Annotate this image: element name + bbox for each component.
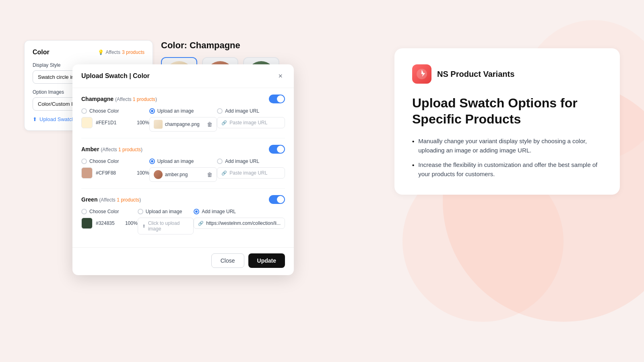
champagne-url-placeholder: Paste image URL (229, 120, 267, 125)
amber-affects: (Affects 1 products) (101, 147, 142, 152)
amber-variant-name: Amber (Affects 1 products) (81, 146, 142, 152)
choose-color-radio-green[interactable] (81, 209, 87, 214)
info-list: • Manually change your variant display s… (412, 137, 602, 179)
amber-url-placeholder: Paste image URL (229, 170, 267, 176)
url-radio-champagne[interactable] (217, 108, 223, 114)
upload-swatch-button[interactable]: ⬆ Upload Swatch (33, 116, 74, 122)
choose-color-radio-amber[interactable] (81, 158, 87, 164)
champagne-variant-name: Champagne (Affects 1 products) (81, 96, 157, 102)
champagne-url-field[interactable]: 🔗 Paste image URL (217, 117, 285, 128)
choose-color-label-green: Choose Color (89, 209, 119, 214)
add-url-label-champagne: Add image URL (225, 108, 259, 114)
modal-title: Upload Swatch | Color (81, 72, 150, 80)
url-radio-amber[interactable] (217, 158, 223, 164)
choose-color-radio-champagne[interactable] (81, 108, 87, 114)
green-url-option[interactable]: Add image URL (194, 209, 285, 214)
right-info-panel: NS Product Variants Upload Swatch Option… (394, 48, 620, 195)
upload-icon: ⬆ (33, 116, 37, 122)
upload-swatch-label: Upload Swatch (39, 116, 74, 122)
amber-color-opacity: 100% (137, 170, 149, 176)
champagne-choose-color-option[interactable]: Choose Color (81, 108, 149, 114)
green-toggle[interactable] (269, 195, 285, 204)
green-url-field[interactable]: 🔗 https://westelnm.com/collection/li... (194, 218, 285, 229)
affects-text: Affects (105, 49, 120, 55)
champagne-delete-btn[interactable]: 🗑 (207, 121, 213, 128)
champagne-toggle[interactable] (269, 95, 285, 103)
affects-count-link[interactable]: 3 products (122, 49, 144, 55)
green-choose-color-col: Choose Color #324835 100% (81, 209, 138, 229)
add-url-label-green: Add image URL (202, 209, 236, 214)
champagne-url-col: Add image URL 🔗 Paste image URL (217, 108, 285, 128)
modal-overlay: Upload Swatch | Color × Champagne (Affec… (72, 64, 294, 275)
champagne-img-thumb (154, 120, 163, 129)
modal-close-button[interactable]: × (276, 72, 285, 80)
amber-delete-btn[interactable]: 🗑 (207, 171, 213, 178)
green-upload-field[interactable]: ⬆ Click to upload image (138, 218, 194, 234)
amber-filename: amber.png (165, 172, 205, 177)
champagne-url-option[interactable]: Add image URL (217, 108, 285, 114)
amber-choose-color-col: Choose Color #CF9F88 100% (81, 158, 149, 179)
green-upload-placeholder: Click to upload image (148, 220, 190, 232)
upload-image-radio-amber[interactable] (149, 158, 155, 164)
green-color-opacity: 100% (125, 220, 138, 226)
champagne-color-hex: #FEF1D1 (96, 120, 134, 125)
brand-logo (412, 64, 431, 84)
amber-url-option[interactable]: Add image URL (217, 158, 285, 164)
amber-upload-field[interactable]: amber.png 🗑 (149, 167, 217, 182)
green-upload-option[interactable]: Upload an image (138, 209, 194, 214)
champagne-upload-field[interactable]: champagne.png 🗑 (149, 117, 217, 132)
champagne-choose-color-col: Choose Color #FEF1D1 100% (81, 108, 149, 128)
amber-toggle[interactable] (269, 145, 285, 154)
champagne-color-swatch (81, 117, 93, 128)
champagne-filename: champagne.png (165, 121, 205, 127)
choose-color-label-amber: Choose Color (89, 158, 119, 164)
modal-footer: Close Update (72, 247, 294, 275)
upload-image-radio-green[interactable] (138, 209, 143, 214)
amber-url-col: Add image URL 🔗 Paste image URL (217, 158, 285, 179)
green-variant-name: Green (Affects 1 products) (81, 196, 141, 203)
champagne-variant-section: Champagne (Affects 1 products) (81, 88, 285, 138)
amber-choose-color-option[interactable]: Choose Color (81, 158, 149, 164)
info-heading: Upload Swatch Options for Specific Produ… (412, 95, 602, 127)
info-text-1: Manually change your variant display sty… (418, 137, 602, 155)
brand-header: NS Product Variants (412, 64, 602, 84)
bullet-1: • (412, 137, 414, 155)
amber-color-hex: #CF9F88 (96, 170, 134, 176)
champagne-radio-options: Choose Color #FEF1D1 100% (81, 108, 285, 132)
green-variant-section: Green (Affects 1 products) (81, 189, 285, 241)
bullet-2: • (412, 161, 414, 179)
info-list-item-2: • Increase the flexibility in customizat… (412, 160, 602, 179)
champagne-upload-col: Upload an image champagne.png 🗑 (149, 108, 217, 132)
amber-variant-section: Amber (Affects 1 products) (81, 138, 285, 189)
amber-img-thumb (154, 170, 163, 179)
upload-image-label-amber: Upload an image (157, 158, 194, 164)
info-text-2: Increase the flexibility in customizatio… (418, 160, 602, 179)
green-affects: (Affects 1 products) (99, 197, 141, 203)
update-button[interactable]: Update (248, 253, 285, 268)
green-url-value: https://westelnm.com/collection/li... (206, 220, 281, 226)
amber-radio-options: Choose Color #CF9F88 100% (81, 158, 285, 182)
green-upload-col: Upload an image ⬆ Click to upload image (138, 209, 194, 234)
upload-swatch-modal: Upload Swatch | Color × Champagne (Affec… (72, 64, 294, 275)
choose-color-label: Choose Color (89, 108, 119, 114)
green-radio-options: Choose Color #324835 100% (81, 209, 285, 234)
color-preview-title: Color: Champagne (161, 40, 279, 51)
amber-upload-option[interactable]: Upload an image (149, 158, 217, 164)
amber-color-swatch (81, 167, 93, 179)
upload-image-label: Upload an image (157, 108, 194, 114)
green-url-col: Add image URL 🔗 https://westelnm.com/col… (194, 209, 285, 229)
info-list-item-1: • Manually change your variant display s… (412, 137, 602, 155)
close-button[interactable]: Close (211, 253, 244, 268)
green-choose-color-option[interactable]: Choose Color (81, 209, 138, 214)
url-radio-green[interactable] (194, 209, 199, 214)
champagne-upload-option[interactable]: Upload an image (149, 108, 217, 114)
add-url-label-amber: Add image URL (225, 158, 259, 164)
upload-image-radio-champagne[interactable] (149, 108, 155, 114)
upload-image-label-green: Upload an image (146, 209, 182, 214)
lightbulb-icon: 💡 (98, 49, 104, 55)
amber-url-field[interactable]: 🔗 Paste image URL (217, 167, 285, 179)
modal-body: Champagne (Affects 1 products) (72, 88, 294, 247)
champagne-affects: (Affects 1 products) (115, 97, 157, 102)
brand-name: NS Product Variants (437, 70, 514, 79)
green-color-hex: #324835 (96, 220, 122, 226)
